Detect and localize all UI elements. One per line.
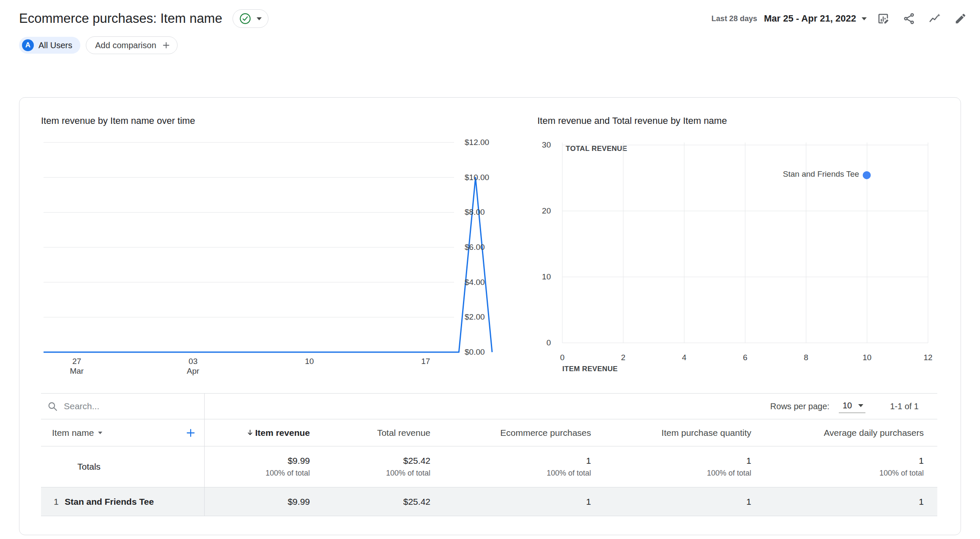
row-item-purchase-quantity: 1 — [605, 497, 765, 507]
share-report-button[interactable] — [900, 9, 918, 28]
row-item-name-cell: 1 Stan and Friends Tee — [41, 497, 204, 507]
table-toolbar: Rows per page: 10 1-1 of 1 — [41, 394, 937, 419]
row-total-revenue: $25.42 — [323, 497, 444, 507]
search-input[interactable] — [63, 401, 170, 412]
scatter-y-axis: 3020100 — [513, 142, 551, 348]
y-axis-tick-label: $12.00 — [465, 137, 489, 148]
column-header-total-revenue[interactable]: Total revenue — [323, 428, 444, 438]
add-comparison-button[interactable]: Add comparison — [86, 36, 178, 54]
y-axis-tick-label: $4.00 — [465, 277, 485, 288]
check-circle-icon — [239, 13, 251, 25]
comparison-badge: A — [22, 39, 34, 51]
search-icon — [47, 401, 58, 412]
column-header-average-daily-purchasers[interactable]: Average daily purchasers — [765, 428, 937, 438]
row-item-name: Stan and Friends Tee — [65, 497, 154, 507]
row-index: 1 — [41, 497, 65, 507]
report-topbar: Ecommerce purchases: Item name Last 28 d… — [0, 0, 980, 28]
column-header-ecommerce-purchases[interactable]: Ecommerce purchases — [444, 428, 605, 438]
report-status-button[interactable] — [233, 9, 268, 28]
scatter-x-axis-title: ITEM REVENUE — [562, 365, 618, 373]
y-axis-tick-label: 20 — [513, 205, 551, 216]
line-chart-y-axis: $12.00$10.00$8.00$6.00$4.00$2.00$0.00 — [465, 142, 520, 352]
page-title: Ecommerce purchases: Item name — [19, 11, 222, 26]
item-revenue-series-line — [44, 178, 492, 352]
scatter-chart-title: Item revenue and Total revenue by Item n… — [537, 115, 727, 126]
scatter-point-label: Stan and Friends Tee — [724, 170, 859, 179]
rows-per-page-label: Rows per page: — [770, 402, 829, 411]
plus-icon — [185, 427, 197, 439]
column-header-item-revenue[interactable]: Item revenue — [204, 428, 323, 438]
column-header-item-purchase-quantity[interactable]: Item purchase quantity — [605, 428, 765, 438]
add-comparison-label: Add comparison — [95, 41, 156, 50]
pagination-controls: Rows per page: 10 1-1 of 1 — [770, 400, 937, 413]
rows-per-page-select[interactable]: 10 — [839, 400, 865, 413]
item-name-header-label: Item name — [52, 428, 94, 438]
item-revenue-header-label: Item revenue — [255, 428, 310, 438]
y-axis-tick-label: $2.00 — [465, 312, 485, 323]
customize-chart-icon — [877, 12, 890, 25]
x-axis-tick-label: 0 — [550, 353, 575, 362]
pagination-range: 1-1 of 1 — [890, 402, 919, 411]
x-axis-tick-label: 17 — [407, 356, 445, 366]
y-axis-tick-label: 30 — [513, 140, 551, 150]
x-axis-tick-label: 03Apr — [174, 356, 212, 376]
report-table: Rows per page: 10 1-1 of 1 Item name — [41, 393, 937, 516]
row-ecommerce-purchases: 1 — [444, 497, 605, 507]
x-axis-tick-label: 8 — [794, 353, 819, 362]
totals-average-daily-purchasers: 1 100% of total — [765, 456, 937, 478]
x-axis-tick-label: 6 — [733, 353, 758, 362]
analytics-report-page: Ecommerce purchases: Item name Last 28 d… — [0, 0, 980, 539]
column-divider — [204, 394, 205, 516]
rows-per-page-value: 10 — [843, 401, 852, 410]
plus-icon — [162, 41, 171, 50]
comparison-chips: A All Users Add comparison — [19, 36, 980, 54]
share-icon — [903, 12, 915, 25]
y-axis-tick-label: 0 — [513, 337, 551, 348]
row-item-revenue: $9.99 — [204, 497, 323, 507]
topbar-controls: Last 28 days Mar 25 - Apr 21, 2022 — [712, 9, 970, 28]
x-axis-tick-label: 10 — [854, 353, 880, 362]
date-range-selector[interactable]: Mar 25 - Apr 21, 2022 — [764, 13, 867, 24]
x-axis-tick-label: 12 — [915, 353, 941, 362]
x-axis-tick-label: 2 — [610, 353, 636, 362]
totals-item-purchase-quantity: 1 100% of total — [605, 456, 765, 478]
chevron-down-icon — [862, 17, 867, 20]
x-axis-tick-label: 27Mar — [58, 356, 96, 376]
date-range-text: Mar 25 - Apr 21, 2022 — [764, 13, 856, 24]
x-axis-tick-label: 10 — [290, 356, 328, 366]
line-chart-plot — [44, 142, 492, 352]
table-row[interactable]: 1 Stan and Friends Tee $9.99 $25.42 1 1 … — [41, 487, 937, 516]
chevron-down-icon — [257, 17, 262, 20]
customize-report-button[interactable] — [874, 9, 892, 28]
table-header-row: Item name — [41, 419, 937, 446]
all-users-label: All Users — [38, 41, 72, 50]
totals-label: Totals — [41, 462, 204, 472]
edit-report-button[interactable] — [951, 9, 970, 28]
chevron-down-icon — [98, 432, 102, 434]
insights-button[interactable] — [925, 9, 944, 28]
y-axis-tick-label: $10.00 — [465, 172, 489, 183]
y-axis-tick-label: $8.00 — [465, 207, 485, 218]
scatter-x-axis: 024681012 — [562, 353, 934, 364]
report-card: Item revenue by Item name over time $12.… — [19, 97, 961, 535]
insights-icon — [928, 12, 941, 25]
x-axis-tick-label: 4 — [671, 353, 697, 362]
add-dimension-button[interactable] — [185, 427, 197, 439]
y-axis-tick-label: 10 — [513, 271, 551, 282]
totals-ecommerce-purchases: 1 100% of total — [444, 456, 605, 478]
column-header-item-name[interactable]: Item name — [41, 427, 204, 439]
table-totals-row: Totals $9.99 100% of total $25.42 100% o… — [41, 446, 937, 487]
totals-total-revenue: $25.42 100% of total — [323, 456, 444, 478]
date-preset-label: Last 28 days — [712, 14, 757, 23]
line-chart-x-axis: 27Mar03Apr1017 — [44, 356, 492, 378]
scatter-data-point[interactable] — [863, 171, 871, 179]
pencil-icon — [954, 12, 967, 25]
all-users-chip[interactable]: A All Users — [19, 37, 80, 54]
row-average-daily-purchasers: 1 — [765, 497, 937, 507]
chevron-down-icon — [858, 404, 863, 407]
totals-item-revenue: $9.99 100% of total — [204, 456, 323, 478]
line-chart-title: Item revenue by Item name over time — [41, 115, 195, 126]
sort-descending-icon — [246, 429, 254, 437]
y-axis-tick-label: $6.00 — [465, 242, 485, 253]
